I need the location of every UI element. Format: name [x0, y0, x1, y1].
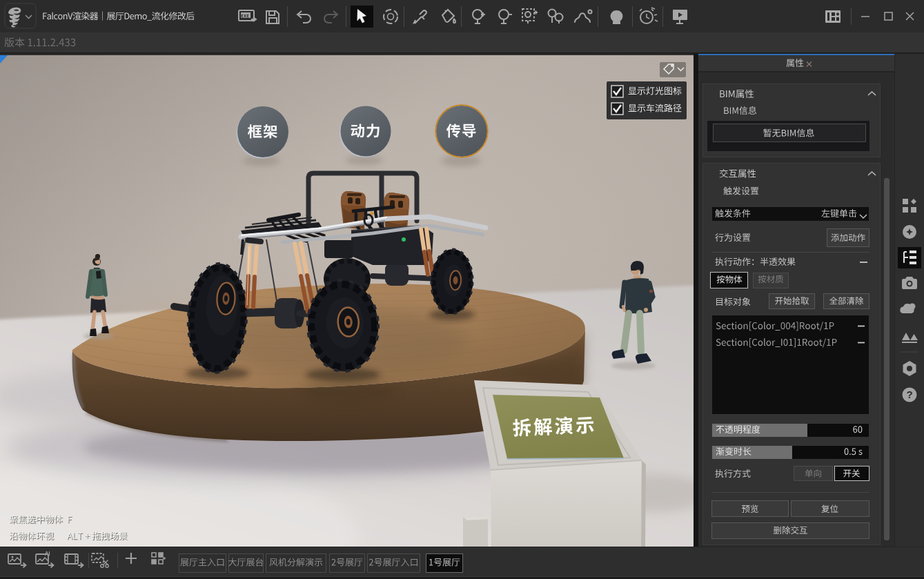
svg-text:?: ?: [906, 389, 912, 400]
